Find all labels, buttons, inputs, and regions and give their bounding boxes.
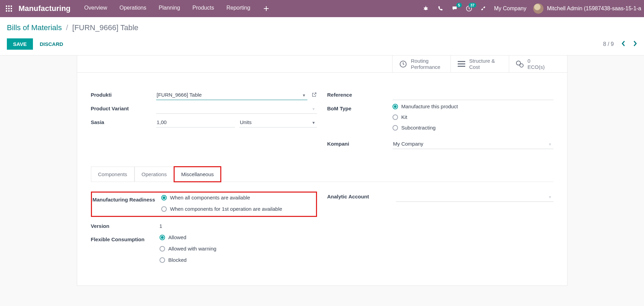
cogs-icon bbox=[515, 60, 524, 69]
radio-bomtype-kit[interactable]: Kit bbox=[393, 114, 553, 120]
label-kompani: Kompani bbox=[327, 139, 393, 147]
stat-routing-l2: Performance bbox=[411, 64, 441, 70]
radio-readiness-all[interactable]: When all components are available bbox=[161, 195, 315, 200]
stat-eco-count: 0 bbox=[528, 58, 545, 64]
bug-icon[interactable] bbox=[422, 5, 430, 12]
svg-rect-21 bbox=[458, 66, 465, 67]
pager-next[interactable] bbox=[633, 40, 637, 48]
breadcrumb-current: [FURN_9666] Table bbox=[72, 23, 139, 32]
plus-icon[interactable] bbox=[262, 5, 270, 12]
save-button[interactable]: SAVE bbox=[7, 38, 33, 50]
activity-clock-icon[interactable]: 37 bbox=[465, 5, 473, 12]
radio-label: When all components are available bbox=[170, 195, 250, 200]
menu-overview[interactable]: Overview bbox=[84, 5, 107, 12]
radio-readiness-first-op[interactable]: When components for 1st operation are av… bbox=[161, 206, 315, 212]
svg-rect-2 bbox=[11, 5, 12, 7]
radio-label: When components for 1st operation are av… bbox=[170, 206, 282, 212]
label-readiness: Manufacturing Readiness bbox=[93, 195, 161, 203]
user-menu[interactable]: Mitchell Admin (15987438-saas-15-1-a bbox=[533, 3, 641, 14]
radio-dot-icon bbox=[160, 246, 165, 252]
apps-icon[interactable] bbox=[3, 2, 15, 15]
label-version: Version bbox=[91, 221, 160, 229]
radio-bomtype-subcontracting[interactable]: Subcontracting bbox=[393, 125, 553, 131]
label-produkti: Produkti bbox=[91, 90, 156, 98]
stat-routing-performance[interactable]: Routing Performance bbox=[392, 56, 450, 72]
svg-rect-4 bbox=[8, 8, 10, 9]
svg-rect-7 bbox=[8, 10, 10, 12]
input-analytic[interactable] bbox=[396, 192, 553, 202]
company-switcher[interactable]: My Company bbox=[494, 5, 526, 12]
radio-label: Allowed with warning bbox=[168, 246, 216, 252]
menu-products[interactable]: Products bbox=[192, 5, 214, 12]
tools-icon[interactable] bbox=[480, 5, 487, 12]
radio-dot-icon bbox=[161, 195, 167, 200]
radio-label: Kit bbox=[401, 114, 408, 120]
pager-prev[interactable] bbox=[621, 40, 625, 48]
tab-components[interactable]: Components bbox=[91, 167, 134, 182]
breadcrumb-parent[interactable]: Bills of Materials bbox=[7, 23, 62, 32]
input-variant[interactable] bbox=[156, 103, 317, 114]
main-menu: Overview Operations Planning Products Re… bbox=[84, 5, 422, 12]
chat-icon[interactable]: 5 bbox=[451, 5, 458, 12]
label-analytic: Analytic Account bbox=[327, 192, 396, 199]
svg-rect-19 bbox=[458, 61, 465, 62]
input-produkti[interactable] bbox=[156, 90, 307, 100]
input-kompani[interactable] bbox=[393, 139, 553, 149]
svg-rect-10 bbox=[264, 8, 269, 9]
radio-label: Subcontracting bbox=[401, 125, 436, 131]
svg-rect-8 bbox=[11, 10, 12, 12]
radio-flex-allowed[interactable]: Allowed bbox=[160, 234, 317, 240]
radio-label: Blocked bbox=[168, 257, 187, 263]
user-name: Mitchell Admin (15987438-saas-15-1-a bbox=[547, 5, 641, 12]
svg-rect-0 bbox=[6, 5, 7, 7]
radio-dot-icon bbox=[393, 125, 398, 131]
label-reference: Reference bbox=[327, 90, 393, 98]
svg-rect-6 bbox=[6, 10, 7, 12]
avatar bbox=[533, 3, 543, 14]
list-icon bbox=[457, 60, 466, 69]
tab-miscellaneous[interactable]: Miscellaneous bbox=[174, 167, 221, 182]
radio-bomtype-manufacture[interactable]: Manufacture this product bbox=[393, 103, 553, 109]
menu-planning[interactable]: Planning bbox=[159, 5, 180, 12]
value-version: 1 bbox=[160, 221, 162, 231]
label-bomtype: BoM Type bbox=[327, 103, 393, 111]
stat-ecos[interactable]: 0 ECO(s) bbox=[509, 56, 567, 72]
app-brand[interactable]: Manufacturing bbox=[19, 4, 71, 13]
svg-rect-3 bbox=[6, 8, 7, 9]
label-sasia: Sasia bbox=[91, 117, 156, 125]
menu-operations[interactable]: Operations bbox=[119, 5, 146, 12]
phone-icon[interactable] bbox=[436, 5, 444, 12]
discard-button[interactable]: DISCARD bbox=[40, 41, 63, 47]
radio-dot-icon bbox=[161, 206, 167, 212]
menu-reporting[interactable]: Reporting bbox=[226, 5, 250, 12]
clock-badge: 37 bbox=[469, 3, 476, 8]
radio-dot-icon bbox=[393, 104, 398, 109]
tab-operations[interactable]: Operations bbox=[134, 167, 174, 182]
label-flex: Flexible Consumption bbox=[91, 234, 160, 242]
input-quantity[interactable] bbox=[156, 117, 235, 127]
control-bar: Bills of Materials / [FURN_9666] Table S… bbox=[0, 17, 644, 56]
breadcrumb: Bills of Materials / [FURN_9666] Table bbox=[7, 23, 637, 32]
radio-flex-blocked[interactable]: Blocked bbox=[160, 257, 317, 263]
svg-point-23 bbox=[520, 64, 523, 67]
svg-line-14 bbox=[427, 8, 428, 8]
input-uom[interactable] bbox=[239, 117, 317, 127]
breadcrumb-sep: / bbox=[64, 23, 70, 32]
svg-rect-20 bbox=[458, 63, 465, 64]
radio-dot-icon bbox=[393, 114, 398, 120]
input-reference[interactable] bbox=[393, 90, 553, 100]
clock-icon bbox=[399, 60, 408, 69]
svg-point-11 bbox=[424, 7, 427, 10]
radio-flex-allowed-warn[interactable]: Allowed with warning bbox=[160, 246, 317, 252]
svg-line-13 bbox=[424, 8, 424, 8]
radio-dot-icon bbox=[160, 235, 165, 240]
radio-label: Allowed bbox=[168, 234, 187, 240]
tabs: Components Operations Miscellaneous bbox=[91, 166, 553, 182]
stat-row: Routing Performance Structure & Cost 0 bbox=[77, 56, 567, 73]
pager-text: 8 / 9 bbox=[603, 41, 614, 47]
chat-badge: 5 bbox=[456, 3, 462, 8]
svg-line-15 bbox=[424, 9, 424, 10]
radio-label: Manufacture this product bbox=[401, 103, 458, 109]
stat-structure-cost[interactable]: Structure & Cost bbox=[450, 56, 509, 72]
external-link-icon[interactable] bbox=[312, 92, 317, 98]
